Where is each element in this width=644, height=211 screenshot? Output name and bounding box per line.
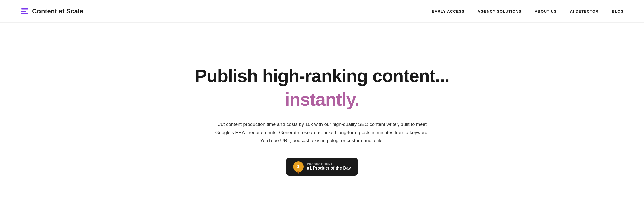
ph-badge-text: PRODUCT HUNT #1 Product of the Day xyxy=(307,163,351,171)
svg-rect-2 xyxy=(21,13,28,14)
svg-rect-1 xyxy=(21,11,26,12)
nav-item-about-us[interactable]: ABOUT US xyxy=(535,9,557,13)
ph-medal-icon: 1 xyxy=(293,161,304,172)
hero-title-line2: instantly. xyxy=(285,89,359,110)
nav-item-ai-detector[interactable]: AI DETECTOR xyxy=(570,9,599,13)
nav-item-early-access[interactable]: EARLY ACCESS xyxy=(432,9,465,13)
ph-badge-title: #1 Product of the Day xyxy=(307,166,351,171)
main-nav: EARLY ACCESS AGENCY SOLUTIONS ABOUT US A… xyxy=(432,9,624,13)
hero-section: Publish high-ranking content... instantl… xyxy=(0,23,644,211)
hero-description: Cut content production time and costs by… xyxy=(214,120,430,145)
logo-icon xyxy=(20,7,29,16)
ph-badge-label: PRODUCT HUNT xyxy=(307,163,333,166)
logo-link[interactable]: Content at Scale xyxy=(20,7,84,16)
nav-item-agency-solutions[interactable]: AGENCY SOLUTIONS xyxy=(478,9,522,13)
hero-title-line1: Publish high-ranking content... xyxy=(195,66,449,87)
product-hunt-badge[interactable]: 1 PRODUCT HUNT #1 Product of the Day xyxy=(286,158,358,176)
logo-text: Content at Scale xyxy=(32,7,84,15)
nav-item-blog[interactable]: BLOG xyxy=(612,9,624,13)
svg-rect-0 xyxy=(21,8,28,10)
site-header: Content at Scale EARLY ACCESS AGENCY SOL… xyxy=(0,0,644,23)
